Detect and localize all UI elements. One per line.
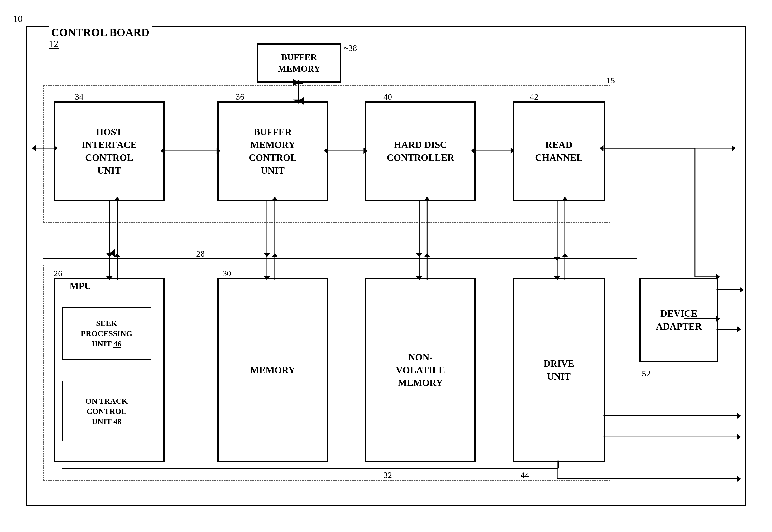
ref-30: 30 (223, 269, 231, 278)
hard-disc-controller-block: HARD DISCCONTROLLER (365, 101, 476, 201)
ref-40: 40 (383, 92, 392, 102)
ref-38: ~38 (344, 43, 357, 53)
svg-marker-63 (737, 413, 741, 419)
read-channel-label: READCHANNEL (535, 138, 583, 164)
svg-marker-45 (272, 253, 278, 257)
read-channel-block: READCHANNEL (513, 101, 605, 201)
memory-block: MEMORY (217, 278, 328, 462)
ref-44: 44 (521, 470, 529, 480)
svg-marker-23 (106, 253, 113, 257)
buffer-memory-control-label: BUFFERMEMORYCONTROLUNIT (249, 126, 297, 177)
seek-processing-box: SEEKPROCESSINGUNIT 46 (62, 307, 151, 360)
horizontal-bus (43, 258, 637, 259)
svg-marker-53 (562, 253, 568, 257)
seek-processing-label: SEEKPROCESSINGUNIT 46 (81, 318, 132, 349)
memory-label: MEMORY (250, 364, 295, 377)
svg-marker-27 (264, 253, 270, 257)
control-board-number: 12 (49, 38, 59, 50)
drive-unit-label: DRIVEUNIT (544, 357, 574, 383)
ref-42: 42 (530, 92, 538, 102)
ref-36: 36 (236, 92, 244, 102)
mpu-label: MPU (70, 280, 91, 292)
control-board-label: CONTROL BOARD (49, 26, 152, 39)
svg-marker-17 (32, 145, 36, 151)
svg-marker-61 (737, 326, 741, 332)
buffer-memory-box: BUFFERMEMORY (257, 43, 341, 83)
bus-num-28: 28 (196, 249, 205, 259)
svg-marker-65 (737, 434, 741, 440)
device-adapter-label: DEVICEADAPTER (656, 307, 702, 333)
drive-unit-block: DRIVEUNIT (513, 278, 605, 462)
svg-marker-20 (732, 145, 736, 151)
on-track-box: ON TRACKCONTROLUNIT 48 (62, 381, 151, 441)
device-adapter-block: DEVICEADAPTER (639, 278, 718, 362)
svg-marker-72 (740, 287, 744, 293)
non-volatile-memory-block: NON-VOLATILEMEMORY (365, 278, 476, 462)
svg-marker-68 (737, 476, 741, 482)
ref-34: 34 (75, 92, 83, 102)
corner-number: 10 (13, 13, 23, 24)
inner-region-num: 15 (606, 76, 615, 85)
ref-52: 52 (642, 369, 650, 379)
svg-marker-41 (114, 253, 120, 257)
svg-marker-31 (416, 253, 423, 257)
control-board-box: CONTROL BOARD 12 BUFFERMEMORY ~38 15 34 … (26, 26, 746, 506)
non-volatile-label: NON-VOLATILEMEMORY (396, 351, 445, 389)
ref-26: 26 (54, 269, 62, 278)
host-interface-block: HOSTINTERFACECONTROLUNIT (54, 101, 165, 201)
on-track-label: ON TRACKCONTROLUNIT 48 (85, 396, 128, 427)
hard-disc-label: HARD DISCCONTROLLER (387, 138, 454, 164)
buffer-memory-label: BUFFERMEMORY (278, 51, 320, 75)
svg-marker-49 (424, 253, 430, 257)
ref-32: 32 (383, 470, 392, 480)
host-interface-label: HOSTINTERFACECONTROLUNIT (81, 126, 137, 177)
buffer-memory-control-block: BUFFERMEMORYCONTROLUNIT (217, 101, 328, 201)
